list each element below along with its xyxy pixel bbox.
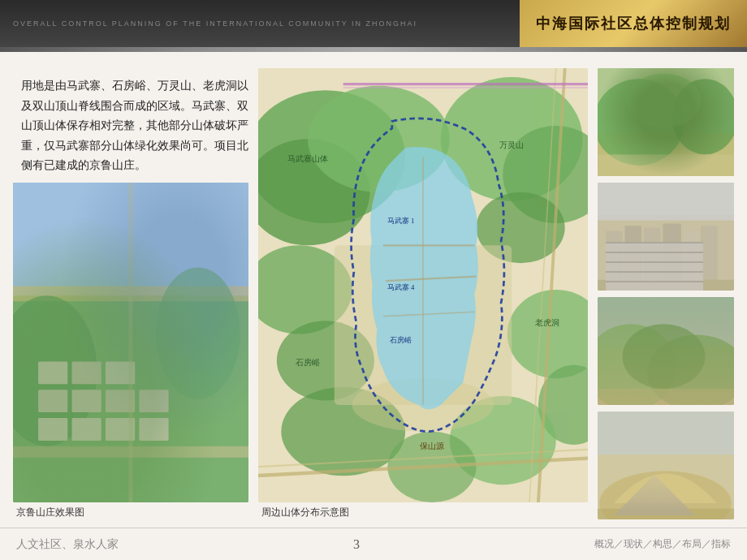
svg-text:马武寨山体: 马武寨山体 — [287, 154, 328, 163]
svg-rect-77 — [598, 509, 734, 519]
svg-rect-9 — [72, 390, 101, 412]
svg-rect-68 — [598, 297, 734, 405]
svg-rect-65 — [701, 226, 717, 280]
svg-rect-53 — [598, 133, 734, 176]
svg-rect-16 — [13, 446, 248, 457]
svg-rect-14 — [139, 390, 168, 412]
bottom-image-area: 京鲁山庄效果图 — [13, 183, 248, 520]
svg-rect-11 — [106, 361, 135, 384]
side-photo-3 — [598, 297, 734, 405]
right-column — [598, 68, 734, 519]
svg-point-54 — [598, 79, 684, 165]
svg-rect-62 — [644, 228, 660, 280]
svg-rect-69 — [598, 297, 734, 346]
svg-rect-1 — [13, 183, 248, 295]
svg-rect-66 — [598, 183, 734, 221]
svg-point-70 — [598, 324, 676, 405]
side-photo-4 — [598, 411, 734, 519]
svg-rect-8 — [72, 361, 101, 384]
aerial-caption: 京鲁山庄效果图 — [13, 506, 248, 519]
svg-text:保山源: 保山源 — [420, 442, 444, 450]
map-caption: 周边山体分布示意图 — [258, 506, 588, 519]
side-photo-1 — [598, 68, 734, 176]
svg-rect-60 — [606, 231, 622, 280]
center-column: 马武寨山体 万灵山 老虎洞 石房峪 马武寨 1 马武寨 4 石房峪 保山源 周边… — [258, 68, 588, 519]
footer-page-number: 3 — [353, 537, 360, 552]
header-title-box: 中海国际社区总体控制规划 — [520, 0, 747, 47]
footer: 人文社区、泉水人家 3 概况／现状／构思／布局／指标 — [0, 528, 747, 560]
svg-rect-12 — [106, 390, 135, 412]
svg-rect-13 — [106, 418, 135, 441]
footer-tagline: 人文社区、泉水人家 — [16, 537, 119, 552]
svg-point-72 — [623, 324, 706, 389]
svg-rect-7 — [38, 418, 67, 441]
svg-rect-52 — [598, 68, 734, 176]
svg-rect-15 — [139, 418, 168, 441]
svg-text:石房峪: 石房峪 — [296, 358, 320, 367]
svg-point-3 — [13, 295, 97, 446]
side-photo-2 — [598, 183, 734, 291]
svg-rect-73 — [598, 389, 734, 405]
svg-rect-2 — [13, 286, 248, 301]
svg-point-71 — [647, 335, 734, 405]
map-container: 马武寨山体 万灵山 老虎洞 石房峪 马武寨 1 马武寨 4 石房峪 保山源 — [258, 68, 588, 502]
svg-rect-10 — [72, 418, 101, 441]
svg-point-55 — [672, 79, 734, 154]
svg-rect-6 — [38, 390, 67, 412]
svg-rect-0 — [13, 183, 248, 503]
aerial-photo — [13, 183, 248, 503]
svg-rect-61 — [625, 226, 641, 280]
header-title: 中海国际社区总体控制规划 — [536, 14, 731, 33]
svg-text:万灵山: 万灵山 — [499, 140, 524, 149]
header-subtitle: OVERALL CONTROL PLANNING OF THE INTERNAT… — [0, 19, 417, 28]
left-column: 用地是由马武寨、石房峪、万灵山、老虎洞以及双山顶山脊线围合而成的区域。马武寨、双… — [13, 68, 248, 519]
svg-rect-63 — [663, 224, 680, 280]
svg-text:马武寨 4: 马武寨 4 — [387, 283, 415, 291]
description-text: 用地是由马武寨、石房峪、万灵山、老虎洞以及双山顶山脊线围合而成的区域。马武寨、双… — [13, 68, 248, 176]
svg-rect-67 — [598, 280, 734, 291]
svg-text:老虎洞: 老虎洞 — [535, 318, 559, 327]
main-content: 用地是由马武寨、石房峪、万灵山、老虎洞以及双山顶山脊线围合而成的区域。马武寨、双… — [0, 52, 747, 528]
svg-point-56 — [627, 74, 702, 127]
svg-rect-5 — [38, 361, 67, 384]
header: OVERALL CONTROL PLANNING OF THE INTERNAT… — [0, 0, 747, 47]
svg-rect-57 — [598, 154, 734, 176]
footer-nav: 概况／现状／构思／布局／指标 — [594, 537, 731, 551]
svg-text:石房峪: 石房峪 — [390, 336, 412, 344]
svg-point-4 — [156, 267, 240, 398]
svg-rect-75 — [598, 411, 734, 454]
svg-text:马武寨 1: 马武寨 1 — [387, 217, 415, 225]
svg-rect-64 — [684, 230, 698, 280]
